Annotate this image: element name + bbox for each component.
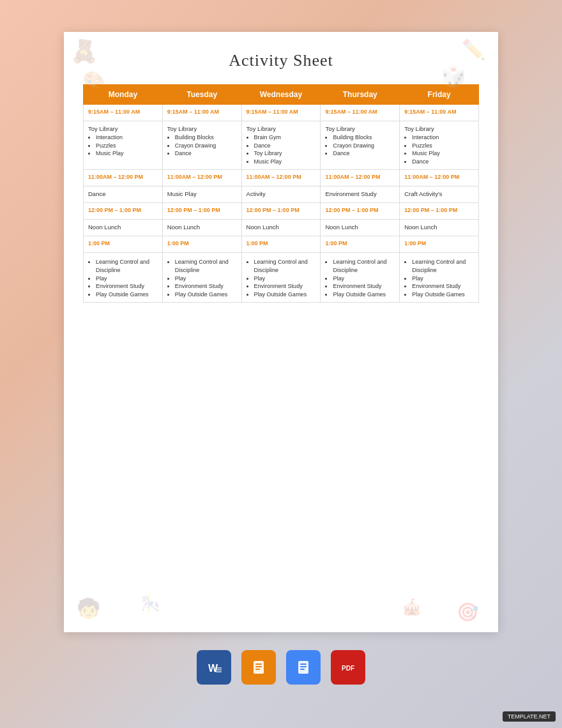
pdf-icon[interactable]: PDF [331, 650, 365, 685]
page-title: Activity Sheet [83, 51, 479, 70]
col-friday: Friday [400, 85, 479, 105]
time-label-1-4: 11:00AM – 12:00 PM [404, 174, 474, 180]
time-cell-3-1: 1:00 PM [162, 236, 241, 253]
svg-rect-9 [255, 669, 260, 670]
template-badge: TEMPLATE.NET [503, 711, 556, 722]
list-item: Play Outside Games [96, 291, 158, 299]
time-label-0-0: 9:15AM – 11:00 AM [88, 109, 158, 115]
list-item: Crayon Drawing [333, 142, 395, 150]
activity-list-3-3: Learning Control and DisciplinePlayEnvir… [325, 258, 395, 298]
pages-icon[interactable] [241, 650, 276, 685]
activity-title-2-1: Noon Lunch [167, 224, 237, 231]
list-item: Play Outside Games [333, 291, 395, 299]
time-cell-0-0: 9:15AM – 11:00 AM [84, 105, 163, 121]
time-cell-2-0: 12:00 PM – 1:00 PM [84, 203, 163, 220]
content-cell-1-4: Craft Activity's [400, 186, 479, 203]
activity-title-2-2: Noon Lunch [247, 224, 316, 231]
time-label-0-1: 9:15AM – 11:00 AM [167, 109, 237, 115]
content-cell-2-0: Noon Lunch [84, 220, 163, 236]
activity-list-3-4: Learning Control and DisciplinePlayEnvir… [404, 258, 474, 298]
list-item: Play Outside Games [175, 291, 237, 299]
svg-rect-4 [215, 671, 222, 672]
time-cell-2-4: 12:00 PM – 1:00 PM [400, 203, 479, 220]
content-cell-0-0: Toy LibraryInteractionPuzzlesMusic Play [84, 121, 163, 170]
list-item: Crayon Drawing [175, 142, 237, 150]
list-item: Play [175, 275, 237, 283]
time-label-3-2: 1:00 PM [247, 240, 316, 246]
list-item: Play [254, 275, 316, 283]
time-label-2-2: 12:00 PM – 1:00 PM [247, 207, 316, 213]
time-cell-1-0: 11:00AM – 12:00 PM [84, 170, 163, 186]
activity-title-1-0: Dance [88, 190, 158, 197]
list-item: Learning Control and Discipline [96, 258, 158, 274]
content-cell-0-4: Toy LibraryInteractionPuzzlesMusic PlayD… [400, 121, 479, 170]
svg-rect-2 [215, 667, 222, 669]
list-item: Toy Library [254, 149, 316, 158]
content-cell-3-1: Learning Control and DisciplinePlayEnvir… [162, 253, 241, 303]
list-item: Play [96, 275, 158, 283]
activity-list-0-1: Building BlocksCrayon DrawingDance [167, 133, 237, 158]
content-cell-0-1: Toy LibraryBuilding BlocksCrayon Drawing… [162, 121, 241, 170]
content-row-0: Toy LibraryInteractionPuzzlesMusic PlayT… [84, 121, 479, 170]
content-cell-0-3: Toy LibraryBuilding BlocksCrayon Drawing… [321, 121, 400, 170]
time-cell-1-1: 11:00AM – 12:00 PM [162, 170, 241, 186]
docs-icon[interactable] [286, 650, 321, 685]
time-label-1-3: 11:00AM – 12:00 PM [325, 174, 395, 180]
activity-list-3-0: Learning Control and DisciplinePlayEnvir… [88, 258, 158, 298]
content-cell-3-3: Learning Control and DisciplinePlayEnvir… [321, 253, 400, 303]
time-cell-2-2: 12:00 PM – 1:00 PM [241, 203, 321, 220]
list-item: Play Outside Games [412, 291, 474, 299]
time-label-1-1: 11:00AM – 12:00 PM [167, 174, 237, 180]
svg-rect-13 [300, 666, 307, 667]
activity-list-0-4: InteractionPuzzlesMusic PlayDance [404, 133, 474, 165]
content-cell-2-3: Noon Lunch [321, 220, 400, 236]
activity-list-0-2: Brain GymDanceToy LibraryMusic Play [247, 133, 316, 165]
list-item: Dance [412, 158, 474, 166]
activity-title-0-2: Toy Library [247, 125, 316, 132]
list-item: Puzzles [412, 142, 474, 150]
list-item: Dance [254, 142, 316, 150]
content-row-3: Learning Control and DisciplinePlayEnvir… [84, 253, 479, 303]
list-item: Puzzles [96, 142, 158, 150]
content-cell-2-1: Noon Lunch [162, 220, 241, 236]
svg-text:PDF: PDF [342, 665, 354, 672]
list-item: Music Play [412, 149, 474, 158]
time-label-2-3: 12:00 PM – 1:00 PM [325, 207, 395, 213]
activity-title-0-3: Toy Library [325, 125, 395, 132]
content-cell-3-4: Learning Control and DisciplinePlayEnvir… [400, 253, 479, 303]
list-item: Dance [333, 149, 395, 158]
activity-list-3-1: Learning Control and DisciplinePlayEnvir… [167, 258, 237, 298]
svg-rect-7 [255, 664, 262, 665]
activity-title-2-3: Noon Lunch [325, 224, 395, 231]
time-label-2-4: 12:00 PM – 1:00 PM [404, 207, 474, 213]
time-row-3: 1:00 PM1:00 PM1:00 PM1:00 PM1:00 PM [84, 236, 479, 253]
word-icon[interactable]: W [197, 650, 231, 685]
list-item: Environment Study [333, 282, 395, 291]
list-item: Music Play [254, 158, 316, 166]
content-cell-1-0: Dance [84, 186, 163, 203]
content-cell-1-3: Environment Study [321, 186, 400, 203]
time-cell-1-2: 11:00AM – 12:00 PM [241, 170, 321, 186]
time-label-1-2: 11:00AM – 12:00 PM [247, 174, 316, 180]
schedule-table: Monday Tuesday Wednesday Thursday Friday… [83, 84, 479, 303]
svg-rect-8 [255, 666, 262, 667]
content-cell-1-1: Music Play [162, 186, 241, 203]
list-item: Play [412, 275, 474, 283]
activity-title-1-1: Music Play [167, 190, 237, 197]
time-cell-1-4: 11:00AM – 12:00 PM [400, 170, 479, 186]
activity-title-2-0: Noon Lunch [88, 224, 158, 231]
time-label-3-1: 1:00 PM [167, 240, 237, 246]
activity-list-0-3: Building BlocksCrayon DrawingDance [325, 133, 395, 158]
time-row-1: 11:00AM – 12:00 PM11:00AM – 12:00 PM11:0… [84, 170, 479, 186]
bottom-icons-row: W PDF [197, 650, 365, 685]
time-cell-0-1: 9:15AM – 11:00 AM [162, 105, 241, 121]
content-row-2: Noon LunchNoon LunchNoon LunchNoon Lunch… [84, 220, 479, 236]
time-cell-2-1: 12:00 PM – 1:00 PM [162, 203, 241, 220]
list-item: Learning Control and Discipline [333, 258, 395, 274]
content-cell-3-2: Learning Control and DisciplinePlayEnvir… [241, 253, 321, 303]
list-item: Brain Gym [254, 133, 316, 142]
time-row-2: 12:00 PM – 1:00 PM12:00 PM – 1:00 PM12:0… [84, 203, 479, 220]
activity-list-0-0: InteractionPuzzlesMusic Play [88, 133, 158, 158]
time-label-0-2: 9:15AM – 11:00 AM [247, 109, 316, 115]
activity-title-0-0: Toy Library [88, 125, 158, 132]
